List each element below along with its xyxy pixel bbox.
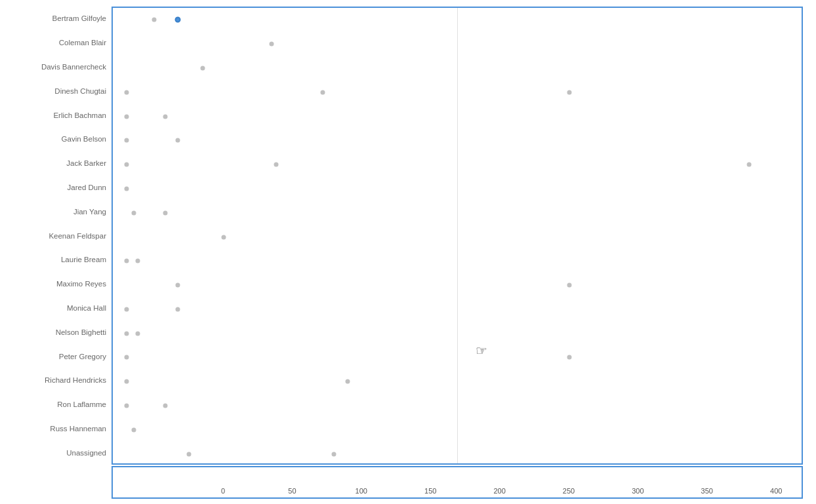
dot-peter-gregory-330[interactable] <box>567 355 571 360</box>
chart-container: Bertram GilfoyleColeman BlairDavis Banne… <box>0 0 816 504</box>
dot-jared-dunn-10[interactable] <box>125 186 129 191</box>
dot-ron-laflamme-38[interactable] <box>163 404 168 408</box>
y-label-davis-bannercheck: Davis Bannercheck <box>0 55 110 79</box>
dot-jian-yang-15[interactable] <box>131 210 136 215</box>
dot-maximo-reyes-330[interactable] <box>567 283 571 288</box>
y-label-jared-dunn: Jared Dunn <box>0 176 110 200</box>
dot-nelson-bighetti-18[interactable] <box>135 331 140 336</box>
y-label-monica-hall: Monica Hall <box>0 296 110 320</box>
x-tick-350: 350 <box>701 487 713 495</box>
dot-erlich-bachman-10[interactable] <box>125 114 129 119</box>
dot-dinesh-chugtai-10[interactable] <box>125 90 129 94</box>
y-label-jack-barker: Jack Barker <box>0 151 110 176</box>
y-label-jian-yang: Jian Yang <box>0 199 110 223</box>
x-tick-100: 100 <box>356 487 367 495</box>
x-tick-400: 400 <box>770 487 782 495</box>
y-label-coleman-blair: Coleman Blair <box>0 31 110 55</box>
x-tick-250: 250 <box>563 487 575 495</box>
dot-keenan-feldspar-80[interactable] <box>221 235 226 239</box>
y-label-dinesh-chugtai: Dinesh Chugtai <box>0 79 110 103</box>
x-tick-150: 150 <box>424 487 436 495</box>
dot-unassigned-55[interactable] <box>186 452 191 456</box>
y-label-laurie-bream: Laurie Bream <box>0 248 110 272</box>
dot-gavin-belson-47[interactable] <box>176 138 180 143</box>
grid-line-vertical <box>457 8 458 463</box>
dot-jian-yang-38[interactable] <box>163 210 168 215</box>
x-tick-0: 0 <box>221 487 225 495</box>
y-label-nelson-bighetti: Nelson Bighetti <box>0 320 110 344</box>
x-tick-50: 50 <box>288 487 296 495</box>
y-axis-labels: Bertram GilfoyleColeman BlairDavis Banne… <box>0 7 110 465</box>
y-label-unassigned: Unassigned <box>0 440 110 465</box>
dot-dinesh-chugtai-152[interactable] <box>321 90 325 94</box>
y-label-peter-gregory: Peter Gregory <box>0 344 110 368</box>
dot-ron-laflamme-10[interactable] <box>125 404 129 408</box>
y-label-erlich-bachman: Erlich Bachman <box>0 103 110 127</box>
dot-russ-hanneman-15[interactable] <box>131 427 136 432</box>
y-label-ron-laflamme: Ron Laflamme <box>0 393 110 417</box>
dot-maximo-reyes-47[interactable] <box>176 283 180 288</box>
x-tick-300: 300 <box>632 487 643 495</box>
x-tick-labels: 050100150200250300350400450500 <box>112 484 803 497</box>
dot-laurie-bream-18[interactable] <box>135 259 140 263</box>
y-label-russ-hanneman: Russ Hanneman <box>0 417 110 441</box>
dot-erlich-bachman-38[interactable] <box>163 114 168 119</box>
dot-davis-bannercheck-65[interactable] <box>201 66 205 70</box>
dot-bertram-gilfoyle-47[interactable] <box>175 17 181 23</box>
dot-jack-barker-10[interactable] <box>125 163 129 167</box>
dot-nelson-bighetti-10[interactable] <box>125 331 129 336</box>
dot-richard-hendricks-10[interactable] <box>125 379 129 384</box>
dot-dinesh-chugtai-330[interactable] <box>567 90 571 94</box>
y-label-gavin-belson: Gavin Belson <box>0 127 110 151</box>
dot-jack-barker-118[interactable] <box>274 163 278 167</box>
dot-laurie-bream-10[interactable] <box>125 259 129 263</box>
dot-peter-gregory-10[interactable] <box>125 355 129 360</box>
y-label-keenan-feldspar: Keenan Feldspar <box>0 223 110 248</box>
y-label-richard-hendricks: Richard Hendricks <box>0 368 110 393</box>
dot-unassigned-160[interactable] <box>332 452 337 456</box>
y-label-bertram-gilfoyle: Bertram Gilfoyle <box>0 7 110 31</box>
dot-coleman-blair-115[interactable] <box>270 42 274 47</box>
dot-gavin-belson-10[interactable] <box>125 138 129 143</box>
dot-bertram-gilfoyle-30[interactable] <box>152 18 157 22</box>
dot-monica-hall-47[interactable] <box>176 307 180 311</box>
y-label-maximo-reyes: Maximo Reyes <box>0 272 110 296</box>
x-tick-200: 200 <box>493 487 505 495</box>
dot-jack-barker-460[interactable] <box>746 163 751 167</box>
dot-monica-hall-10[interactable] <box>125 307 129 311</box>
chart-area[interactable] <box>112 7 803 465</box>
dot-richard-hendricks-170[interactable] <box>346 379 350 384</box>
